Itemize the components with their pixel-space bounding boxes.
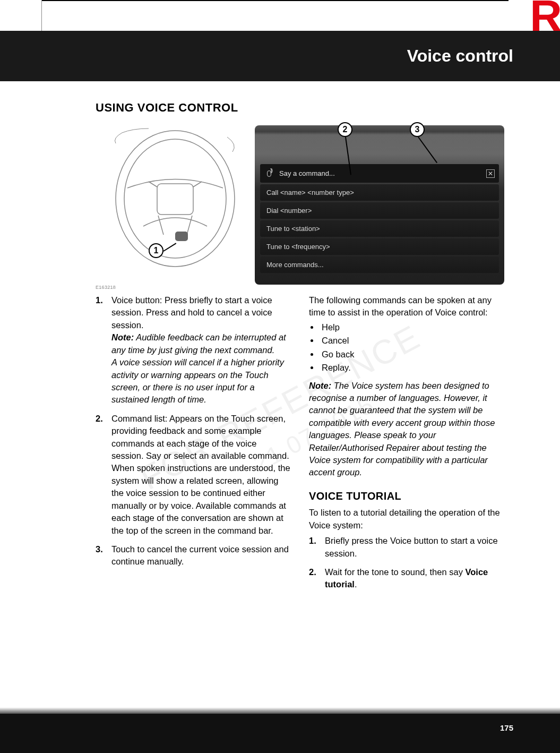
list-item: Command list: Appears on the Touch scree…	[96, 413, 291, 537]
callout-3: 3	[410, 122, 425, 137]
note-lead: Note:	[309, 381, 331, 390]
voice-tutorial-heading: VOICE TUTORIAL	[309, 489, 504, 503]
note-lead: Note:	[111, 332, 134, 342]
chapter-header: Voice control	[0, 31, 560, 81]
top-rule	[41, 0, 509, 1]
list-item: Touch to cancel the current voice sessio…	[96, 543, 291, 568]
command-row[interactable]: Dial <number>	[260, 202, 499, 219]
command-bar[interactable]: Say a command... ✕	[260, 164, 499, 183]
bullet-item: Cancel	[320, 335, 504, 347]
right-column: The following commands can be spoken at …	[309, 294, 504, 597]
chapter-title: Voice control	[407, 46, 513, 66]
footer-gradient	[0, 707, 560, 714]
note-paragraph: Note: The Voice system has been designed…	[309, 380, 504, 479]
svg-point-0	[116, 131, 235, 267]
body-columns: Voice button: Press briefly to start a v…	[96, 294, 504, 597]
close-icon[interactable]: ✕	[486, 169, 495, 178]
item-text: Touch to cancel the current voice sessio…	[111, 544, 289, 566]
callout-1: 1	[149, 243, 163, 258]
list-item: Voice button: Press briefly to start a v…	[96, 294, 291, 406]
bullet-item: Go back	[320, 348, 504, 361]
figure: 1 Say a command... ✕ Call <name> <number…	[96, 125, 504, 290]
tutorial-steps: Briefly press the Voice button to start …	[309, 535, 504, 591]
step-text-c: .	[355, 579, 357, 589]
item-text: Command list: Appears on the Touch scree…	[111, 414, 289, 460]
numbered-list-left: Voice button: Press briefly to start a v…	[96, 294, 291, 568]
intro-text: The following commands can be spoken at …	[309, 294, 504, 319]
left-column: Voice button: Press briefly to start a v…	[96, 294, 291, 597]
bullet-item: Replay.	[320, 362, 504, 374]
page-number: 175	[500, 723, 513, 732]
page-heading: USING VOICE CONTROL	[96, 101, 504, 115]
command-row[interactable]: Call <name> <number type>	[260, 184, 499, 201]
bullet-item: Help	[320, 321, 504, 333]
list-item: Wait for the tone to sound, then say Voi…	[309, 566, 504, 591]
tutorial-intro: To listen to a tutorial detailing the op…	[309, 507, 504, 532]
bullet-list: Help Cancel Go back Replay.	[309, 321, 504, 374]
list-item: Briefly press the Voice button to start …	[309, 535, 504, 560]
touchscreen-panel: Say a command... ✕ Call <name> <number t…	[255, 125, 504, 285]
footer-bar: 175	[0, 714, 560, 753]
note-body: Audible feedback can be interrupted at a…	[111, 332, 286, 354]
note-body-2: A voice session will cancel if a higher …	[111, 357, 284, 404]
svg-rect-3	[175, 232, 188, 241]
figure-id: E163218	[96, 285, 116, 290]
steering-wheel-svg	[96, 125, 244, 274]
command-row[interactable]: Tune to <frequency>	[260, 238, 499, 255]
callout-2: 2	[338, 122, 352, 137]
command-row[interactable]: Tune to <station>	[260, 220, 499, 237]
page-content: USING VOICE CONTROL	[96, 101, 504, 597]
item-text: Voice button: Press briefly to start a v…	[111, 295, 272, 330]
svg-rect-2	[157, 184, 193, 215]
note-body: The Voice system has been designed to re…	[309, 381, 495, 477]
svg-point-1	[124, 139, 226, 258]
command-row[interactable]: More commands...	[260, 256, 499, 273]
microphone-icon	[266, 170, 274, 177]
steering-wheel-illustration	[96, 125, 244, 274]
left-rule	[41, 0, 42, 32]
item-text-2: When spoken instructions are understood,…	[111, 463, 290, 535]
command-bar-text: Say a command...	[279, 169, 335, 177]
step-text-a: Wait for the tone to sound, then say	[325, 567, 465, 577]
